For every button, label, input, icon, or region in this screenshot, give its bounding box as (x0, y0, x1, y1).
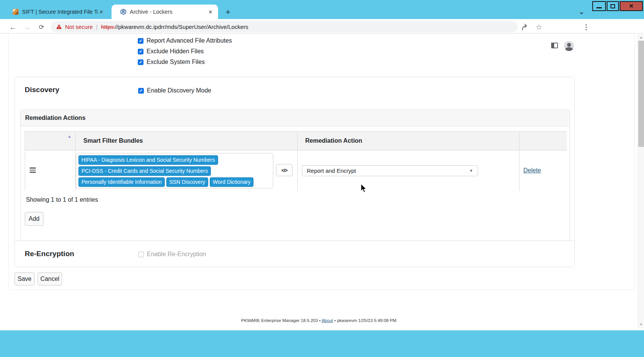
enable-reencryption-row: Enable Re-Encryption (138, 251, 206, 258)
vertical-scrollbar[interactable]: ▲ ▼ (638, 34, 644, 328)
checkbox-label: Exclude System Files (147, 59, 205, 65)
checkbox-label: Report Advanced File Attributes (147, 37, 232, 44)
cancel-button[interactable]: Cancel (38, 273, 62, 285)
page-content: ✓ Report Advanced File Attributes ✓ Excl… (0, 0, 644, 330)
code-toggle-button[interactable]: </> (276, 164, 293, 176)
page-footer: PKWARE Enterprise Manager 18.5.203 • Abo… (0, 318, 638, 323)
table-summary: Showing 1 to 1 of 1 entries (26, 196, 98, 203)
table-header-bundles[interactable]: Smart Filter Bundles (76, 132, 298, 150)
enable-discovery-checkbox[interactable]: ✓ (138, 88, 144, 94)
remediation-actions-card: Remediation Actions ▲ Smart Filter Bundl… (20, 110, 570, 253)
row-handle-cell (25, 150, 76, 191)
checkbox-row-exclude-hidden: ✓ Exclude Hidden Files (138, 48, 204, 55)
save-button[interactable]: Save (14, 273, 35, 285)
footer-separator: • (319, 318, 320, 323)
bundle-tag[interactable]: Word Dictionary (210, 177, 253, 187)
exclude-system-checkbox[interactable]: ✓ (138, 59, 143, 65)
reencryption-card: Re-Encryption Enable Re-Encryption (14, 241, 575, 267)
selected-action: Report and Encrypt (307, 167, 356, 174)
checkbox-label: Enable Re-Encryption (147, 251, 206, 258)
remediation-actions-header: Remediation Actions (21, 110, 570, 126)
delete-link[interactable]: Delete (523, 167, 541, 174)
footer-product-version: PKWARE Enterprise Manager 18.5.203 (241, 318, 318, 323)
bundle-tag[interactable]: HIPAA - Diagnosis Lexicon and Social Sec… (78, 155, 218, 165)
checkbox-row-exclude-system: ✓ Exclude System Files (138, 59, 205, 65)
mouse-cursor (360, 183, 367, 193)
table-header-actions-col (520, 132, 567, 150)
remediation-action-select[interactable]: Report and Encrypt ▼ (302, 165, 478, 176)
bundle-tag[interactable]: PCI-DSS - Credit Cards and Social Securi… (78, 166, 211, 176)
enable-reencryption-checkbox[interactable] (138, 252, 144, 257)
exclude-hidden-checkbox[interactable]: ✓ (138, 49, 143, 54)
remediation-actions-title: Remediation Actions (25, 115, 86, 121)
checkbox-row-report-advanced: ✓ Report Advanced File Attributes (138, 37, 232, 44)
remediation-table: ▲ Smart Filter Bundles Remediation Actio… (25, 131, 566, 191)
reencryption-title: Re-Encryption (25, 250, 74, 258)
table-header-handle[interactable]: ▲ (25, 132, 76, 150)
discovery-title: Discovery (25, 86, 59, 94)
browser-window: SIFT | Secure Integrated File Tagg ✕ Arc… (0, 0, 644, 330)
scroll-down-icon[interactable]: ▼ (638, 321, 644, 328)
bundle-tag[interactable]: Personally Identifiable Information (78, 177, 165, 187)
table-header-action[interactable]: Remediation Action (298, 132, 520, 150)
about-link[interactable]: About (322, 318, 333, 323)
drag-handle-icon[interactable] (30, 167, 36, 174)
caret-down-icon: ▼ (469, 169, 473, 173)
scroll-up-icon[interactable]: ▲ (638, 34, 644, 41)
checkbox-label: Enable Discovery Mode (147, 87, 211, 94)
footer-host-timestamp: pkwarevm 1/25/23 5:49:08 PM (337, 318, 396, 323)
discovery-card: Discovery ✓ Enable Discovery Mode Remedi… (14, 77, 575, 257)
row-bundles-cell: HIPAA - Diagnosis Lexicon and Social Sec… (76, 150, 298, 191)
row-delete-cell: Delete (520, 150, 567, 191)
add-button[interactable]: Add (25, 212, 43, 226)
row-action-cell: Report and Encrypt ▼ (298, 150, 520, 191)
bundle-tag[interactable]: SSN Discovery (166, 177, 208, 187)
checkbox-label: Exclude Hidden Files (147, 48, 204, 55)
bundle-tags[interactable]: HIPAA - Diagnosis Lexicon and Social Sec… (76, 153, 273, 188)
scrollbar-thumb[interactable] (638, 41, 644, 147)
footer-separator: • (334, 318, 336, 323)
sort-asc-icon[interactable]: ▲ (67, 134, 72, 139)
enable-discovery-row: ✓ Enable Discovery Mode (138, 87, 211, 94)
report-advanced-checkbox[interactable]: ✓ (138, 38, 143, 44)
